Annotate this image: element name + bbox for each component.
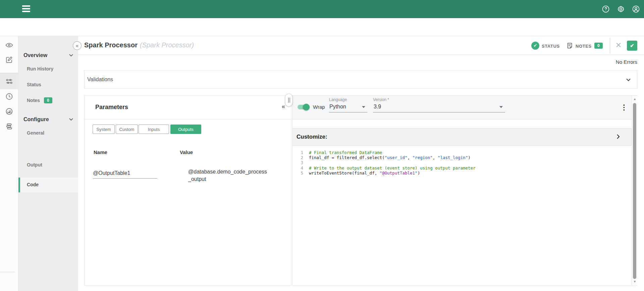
parameter-name-input[interactable] xyxy=(93,170,157,179)
tab-system[interactable]: System xyxy=(93,125,115,134)
nav-item-run-history[interactable]: Run History xyxy=(27,66,53,71)
back-button[interactable]: « xyxy=(73,41,82,50)
nav-item-notes[interactable]: Notes0 xyxy=(27,97,52,103)
chevron-down-icon[interactable] xyxy=(626,78,631,82)
parameter-value: @database.demo_code_process_output xyxy=(188,168,269,183)
language-select[interactable]: Python xyxy=(329,104,346,110)
app-top-bar xyxy=(0,0,644,18)
parameters-title: Parameters xyxy=(95,104,128,111)
chevron-right-icon[interactable] xyxy=(616,134,620,139)
status-label[interactable]: STATUS xyxy=(542,44,560,49)
history-clock-icon[interactable] xyxy=(5,92,13,101)
pipeline-icon[interactable] xyxy=(5,77,13,86)
panel-splitter-handle[interactable] xyxy=(285,94,292,106)
more-options-kebab-icon[interactable]: ⋮ xyxy=(621,103,628,112)
header-divider xyxy=(610,38,610,53)
language-dropdown-arrow-icon[interactable] xyxy=(362,106,365,108)
column-header-value: Value xyxy=(180,149,193,155)
settings-gear-icon[interactable] xyxy=(617,5,625,13)
customize-row[interactable]: Customize: xyxy=(292,128,637,146)
tab-custom[interactable]: Custom xyxy=(116,125,138,134)
nav-item-output[interactable]: Output xyxy=(27,162,42,167)
parameters-panel: Parameters « System Custom Inputs Output… xyxy=(84,95,291,286)
no-errors-status: No Errors xyxy=(570,59,637,65)
language-underline xyxy=(329,112,367,112)
editor-vertical-scrollbar[interactable]: ▲ ▼ xyxy=(632,96,637,285)
menu-icon[interactable] xyxy=(22,5,30,13)
nav-item-code[interactable]: Code xyxy=(18,178,78,192)
column-header-name: Name xyxy=(94,149,107,155)
notes-icon xyxy=(566,42,574,49)
nav-item-general[interactable]: General xyxy=(27,130,44,136)
chevron-down-icon[interactable] xyxy=(69,118,73,121)
version-dropdown-arrow-icon[interactable] xyxy=(499,106,503,108)
scrollbar-thumb[interactable] xyxy=(633,103,636,279)
edit-icon[interactable] xyxy=(5,55,13,64)
scroll-down-arrow-icon[interactable]: ▼ xyxy=(632,279,638,285)
scroll-up-arrow-icon[interactable]: ▲ xyxy=(632,96,638,102)
tab-outputs[interactable]: Outputs xyxy=(170,125,201,134)
version-underline xyxy=(373,112,505,112)
customize-label: Customize: xyxy=(297,134,327,140)
nav-section-overview[interactable]: Overview xyxy=(23,52,47,58)
gauge-icon[interactable] xyxy=(5,107,13,115)
version-select[interactable]: 3.9 xyxy=(374,104,381,110)
workflow-toolbar: Demo_Code_Process Development Workflow I… xyxy=(0,18,644,36)
chevron-down-icon[interactable] xyxy=(69,54,73,57)
notes-count-badge: 0 xyxy=(44,97,52,103)
notes-header-badge: 0 xyxy=(594,43,603,49)
icon-rail: » xyxy=(0,36,18,291)
language-label: Language xyxy=(329,97,347,102)
tab-inputs[interactable]: Inputs xyxy=(139,125,169,134)
nav-section-configure[interactable]: Configure xyxy=(23,116,49,123)
code-lines[interactable]: 1# Final transformed DataFrame2final_df … xyxy=(292,146,631,285)
nav-item-status[interactable]: Status xyxy=(27,82,41,87)
config-nav-panel: Overview Run History Status Notes0 Confi… xyxy=(18,36,78,291)
collapse-panel-icon[interactable]: « xyxy=(282,103,285,110)
help-icon[interactable] xyxy=(602,5,610,13)
version-label: Version * xyxy=(373,97,389,102)
view-eye-icon[interactable] xyxy=(5,41,13,49)
wrap-label: Wrap xyxy=(313,104,325,110)
wrap-toggle[interactable] xyxy=(298,103,310,111)
stack-layers-icon[interactable] xyxy=(5,122,13,131)
editor-settings-bar: Wrap Language Python Version * 3.9 ⋮ xyxy=(292,96,637,119)
processor-title-placeholder: (Spark Processor) xyxy=(140,41,194,49)
status-check-icon: ✔ xyxy=(531,42,539,50)
close-icon[interactable]: ✕ xyxy=(614,42,623,50)
confirm-check-button[interactable]: ✔ xyxy=(627,41,637,51)
validations-panel[interactable]: Validations xyxy=(84,70,637,89)
processor-title: Spark Processor xyxy=(84,41,138,49)
code-editor-panel: Wrap Language Python Version * 3.9 ⋮ Cus… xyxy=(292,95,637,286)
parameters-header: Parameters « xyxy=(85,96,291,119)
account-icon[interactable] xyxy=(632,5,640,13)
notes-label[interactable]: NOTES xyxy=(576,44,592,49)
validations-label: Validations xyxy=(87,77,113,83)
